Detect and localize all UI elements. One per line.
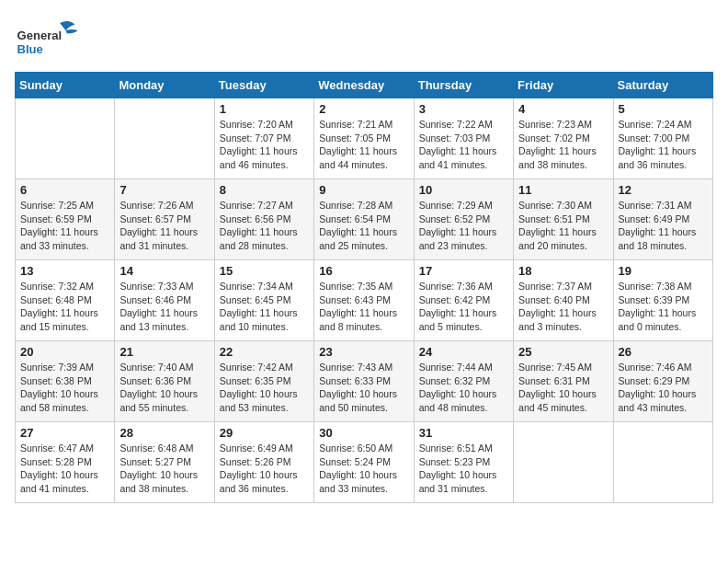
day-number: 9 bbox=[319, 183, 408, 197]
day-number: 17 bbox=[419, 264, 508, 278]
day-number: 6 bbox=[20, 183, 109, 197]
calendar-cell: 30Sunrise: 6:50 AM Sunset: 5:24 PM Dayli… bbox=[314, 422, 414, 503]
calendar-cell: 17Sunrise: 7:36 AM Sunset: 6:42 PM Dayli… bbox=[414, 260, 513, 341]
day-number: 21 bbox=[119, 345, 209, 359]
calendar-cell: 7Sunrise: 7:26 AM Sunset: 6:57 PM Daylig… bbox=[115, 179, 214, 260]
day-detail: Sunrise: 7:24 AM Sunset: 7:00 PM Dayligh… bbox=[619, 118, 708, 172]
day-number: 28 bbox=[119, 426, 209, 440]
day-detail: Sunrise: 7:36 AM Sunset: 6:42 PM Dayligh… bbox=[419, 280, 508, 334]
day-detail: Sunrise: 7:39 AM Sunset: 6:38 PM Dayligh… bbox=[20, 361, 109, 415]
calendar-cell: 6Sunrise: 7:25 AM Sunset: 6:59 PM Daylig… bbox=[16, 179, 115, 260]
day-detail: Sunrise: 7:34 AM Sunset: 6:45 PM Dayligh… bbox=[220, 280, 309, 334]
day-number: 18 bbox=[518, 264, 608, 278]
day-detail: Sunrise: 7:26 AM Sunset: 6:57 PM Dayligh… bbox=[119, 199, 209, 253]
day-number: 1 bbox=[220, 102, 309, 116]
day-detail: Sunrise: 7:40 AM Sunset: 6:36 PM Dayligh… bbox=[119, 361, 209, 415]
calendar-cell: 21Sunrise: 7:40 AM Sunset: 6:36 PM Dayli… bbox=[115, 341, 214, 422]
day-detail: Sunrise: 7:45 AM Sunset: 6:31 PM Dayligh… bbox=[518, 361, 608, 415]
day-detail: Sunrise: 7:46 AM Sunset: 6:29 PM Dayligh… bbox=[619, 361, 708, 415]
day-number: 5 bbox=[619, 102, 708, 116]
calendar-cell: 18Sunrise: 7:37 AM Sunset: 6:40 PM Dayli… bbox=[514, 260, 613, 341]
day-detail: Sunrise: 7:27 AM Sunset: 6:56 PM Dayligh… bbox=[220, 199, 309, 253]
svg-text:Blue: Blue bbox=[17, 42, 42, 56]
day-number: 10 bbox=[419, 183, 508, 197]
calendar-cell: 10Sunrise: 7:29 AM Sunset: 6:52 PM Dayli… bbox=[414, 179, 513, 260]
day-detail: Sunrise: 6:48 AM Sunset: 5:27 PM Dayligh… bbox=[119, 442, 209, 496]
calendar-cell: 28Sunrise: 6:48 AM Sunset: 5:27 PM Dayli… bbox=[115, 422, 214, 503]
calendar-cell: 16Sunrise: 7:35 AM Sunset: 6:43 PM Dayli… bbox=[314, 260, 414, 341]
day-number: 30 bbox=[319, 426, 408, 440]
day-detail: Sunrise: 7:28 AM Sunset: 6:54 PM Dayligh… bbox=[319, 199, 408, 253]
day-detail: Sunrise: 7:33 AM Sunset: 6:46 PM Dayligh… bbox=[119, 280, 209, 334]
day-detail: Sunrise: 7:44 AM Sunset: 6:32 PM Dayligh… bbox=[419, 361, 508, 415]
day-number: 20 bbox=[20, 345, 109, 359]
day-detail: Sunrise: 7:20 AM Sunset: 7:07 PM Dayligh… bbox=[220, 118, 309, 172]
calendar-cell bbox=[613, 422, 712, 503]
day-number: 7 bbox=[119, 183, 209, 197]
calendar-cell: 29Sunrise: 6:49 AM Sunset: 5:26 PM Dayli… bbox=[214, 422, 313, 503]
calendar-cell: 27Sunrise: 6:47 AM Sunset: 5:28 PM Dayli… bbox=[16, 422, 115, 503]
calendar-cell: 13Sunrise: 7:32 AM Sunset: 6:48 PM Dayli… bbox=[16, 260, 115, 341]
calendar-cell: 19Sunrise: 7:38 AM Sunset: 6:39 PM Dayli… bbox=[613, 260, 712, 341]
calendar-cell: 20Sunrise: 7:39 AM Sunset: 6:38 PM Dayli… bbox=[16, 341, 115, 422]
day-number: 31 bbox=[419, 426, 508, 440]
logo: General Blue bbox=[15, 15, 97, 61]
day-number: 8 bbox=[220, 183, 309, 197]
weekday-header-monday: Monday bbox=[115, 73, 214, 98]
calendar-cell: 22Sunrise: 7:42 AM Sunset: 6:35 PM Dayli… bbox=[214, 341, 313, 422]
calendar-cell: 25Sunrise: 7:45 AM Sunset: 6:31 PM Dayli… bbox=[514, 341, 613, 422]
day-detail: Sunrise: 7:30 AM Sunset: 6:51 PM Dayligh… bbox=[518, 199, 608, 253]
day-number: 24 bbox=[419, 345, 508, 359]
calendar-cell: 5Sunrise: 7:24 AM Sunset: 7:00 PM Daylig… bbox=[613, 98, 712, 179]
calendar-cell: 1Sunrise: 7:20 AM Sunset: 7:07 PM Daylig… bbox=[214, 98, 313, 179]
day-detail: Sunrise: 7:42 AM Sunset: 6:35 PM Dayligh… bbox=[220, 361, 309, 415]
day-detail: Sunrise: 7:23 AM Sunset: 7:02 PM Dayligh… bbox=[518, 118, 608, 172]
day-number: 2 bbox=[319, 102, 408, 116]
calendar-cell: 24Sunrise: 7:44 AM Sunset: 6:32 PM Dayli… bbox=[414, 341, 513, 422]
calendar-cell bbox=[514, 422, 613, 503]
day-detail: Sunrise: 7:35 AM Sunset: 6:43 PM Dayligh… bbox=[319, 280, 408, 334]
calendar-cell: 8Sunrise: 7:27 AM Sunset: 6:56 PM Daylig… bbox=[214, 179, 313, 260]
calendar-cell: 14Sunrise: 7:33 AM Sunset: 6:46 PM Dayli… bbox=[115, 260, 214, 341]
day-number: 4 bbox=[518, 102, 608, 116]
calendar-cell: 31Sunrise: 6:51 AM Sunset: 5:23 PM Dayli… bbox=[414, 422, 513, 503]
calendar-cell: 12Sunrise: 7:31 AM Sunset: 6:49 PM Dayli… bbox=[613, 179, 712, 260]
day-number: 14 bbox=[119, 264, 209, 278]
day-number: 16 bbox=[319, 264, 408, 278]
day-detail: Sunrise: 7:38 AM Sunset: 6:39 PM Dayligh… bbox=[619, 280, 708, 334]
day-number: 26 bbox=[619, 345, 708, 359]
calendar-cell: 9Sunrise: 7:28 AM Sunset: 6:54 PM Daylig… bbox=[314, 179, 414, 260]
day-number: 19 bbox=[619, 264, 708, 278]
day-detail: Sunrise: 7:29 AM Sunset: 6:52 PM Dayligh… bbox=[419, 199, 508, 253]
day-detail: Sunrise: 7:32 AM Sunset: 6:48 PM Dayligh… bbox=[20, 280, 109, 334]
day-number: 12 bbox=[619, 183, 708, 197]
calendar-cell bbox=[16, 98, 115, 179]
day-number: 3 bbox=[419, 102, 508, 116]
day-detail: Sunrise: 7:25 AM Sunset: 6:59 PM Dayligh… bbox=[20, 199, 109, 253]
day-detail: Sunrise: 7:31 AM Sunset: 6:49 PM Dayligh… bbox=[619, 199, 708, 253]
day-detail: Sunrise: 6:49 AM Sunset: 5:26 PM Dayligh… bbox=[220, 442, 309, 496]
calendar-table: SundayMondayTuesdayWednesdayThursdayFrid… bbox=[15, 72, 713, 503]
day-number: 22 bbox=[220, 345, 309, 359]
weekday-header-tuesday: Tuesday bbox=[214, 73, 313, 98]
day-detail: Sunrise: 7:37 AM Sunset: 6:40 PM Dayligh… bbox=[518, 280, 608, 334]
page-header: General Blue bbox=[15, 15, 713, 61]
day-detail: Sunrise: 7:43 AM Sunset: 6:33 PM Dayligh… bbox=[319, 361, 408, 415]
day-number: 27 bbox=[20, 426, 109, 440]
calendar-cell: 3Sunrise: 7:22 AM Sunset: 7:03 PM Daylig… bbox=[414, 98, 513, 179]
day-detail: Sunrise: 7:22 AM Sunset: 7:03 PM Dayligh… bbox=[419, 118, 508, 172]
weekday-header-saturday: Saturday bbox=[613, 73, 712, 98]
calendar-cell bbox=[115, 98, 214, 179]
calendar-cell: 15Sunrise: 7:34 AM Sunset: 6:45 PM Dayli… bbox=[214, 260, 313, 341]
day-number: 29 bbox=[220, 426, 309, 440]
day-number: 25 bbox=[518, 345, 608, 359]
weekday-header-friday: Friday bbox=[514, 73, 613, 98]
calendar-cell: 26Sunrise: 7:46 AM Sunset: 6:29 PM Dayli… bbox=[613, 341, 712, 422]
weekday-header-sunday: Sunday bbox=[16, 73, 115, 98]
logo-svg: General Blue bbox=[15, 15, 97, 61]
day-detail: Sunrise: 6:47 AM Sunset: 5:28 PM Dayligh… bbox=[20, 442, 109, 496]
day-number: 15 bbox=[220, 264, 309, 278]
day-detail: Sunrise: 6:50 AM Sunset: 5:24 PM Dayligh… bbox=[319, 442, 408, 496]
svg-text:General: General bbox=[17, 29, 62, 42]
day-number: 13 bbox=[20, 264, 109, 278]
